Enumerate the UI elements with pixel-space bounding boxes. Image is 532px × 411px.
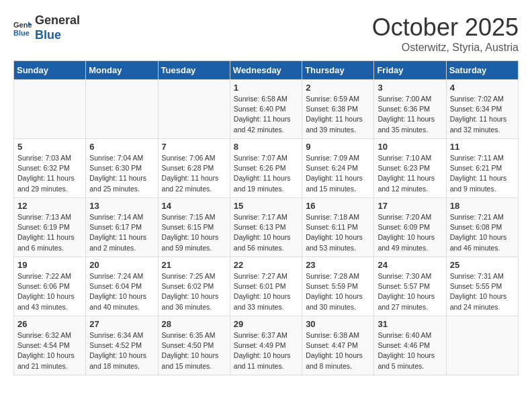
day-header-saturday: Saturday	[446, 61, 518, 80]
calendar-cell: 5Sunrise: 7:03 AM Sunset: 6:32 PM Daylig…	[14, 139, 86, 198]
day-info: Sunrise: 6:58 AM Sunset: 6:40 PM Dayligh…	[234, 94, 298, 135]
day-number: 9	[306, 142, 370, 152]
day-info: Sunrise: 7:07 AM Sunset: 6:26 PM Dayligh…	[234, 153, 298, 194]
day-header-wednesday: Wednesday	[230, 61, 302, 80]
day-header-friday: Friday	[374, 61, 446, 80]
day-number: 14	[162, 201, 226, 211]
week-row-3: 12Sunrise: 7:13 AM Sunset: 6:19 PM Dayli…	[14, 198, 519, 257]
calendar-cell: 19Sunrise: 7:22 AM Sunset: 6:06 PM Dayli…	[14, 257, 86, 316]
day-info: Sunrise: 7:22 AM Sunset: 6:06 PM Dayligh…	[17, 271, 82, 312]
header-row: SundayMondayTuesdayWednesdayThursdayFrid…	[14, 61, 519, 80]
day-number: 27	[89, 319, 154, 329]
day-number: 8	[234, 142, 298, 152]
day-info: Sunrise: 6:59 AM Sunset: 6:38 PM Dayligh…	[306, 94, 370, 135]
calendar-cell: 29Sunrise: 6:37 AM Sunset: 4:49 PM Dayli…	[230, 316, 302, 375]
day-header-tuesday: Tuesday	[158, 61, 230, 80]
day-info: Sunrise: 7:06 AM Sunset: 6:28 PM Dayligh…	[162, 153, 226, 194]
day-info: Sunrise: 6:40 AM Sunset: 4:46 PM Dayligh…	[378, 330, 442, 371]
day-info: Sunrise: 6:34 AM Sunset: 4:52 PM Dayligh…	[89, 330, 154, 371]
day-info: Sunrise: 6:32 AM Sunset: 4:54 PM Dayligh…	[17, 330, 82, 371]
logo-blue: Blue	[35, 28, 80, 43]
calendar-cell: 26Sunrise: 6:32 AM Sunset: 4:54 PM Dayli…	[14, 316, 86, 375]
day-info: Sunrise: 6:37 AM Sunset: 4:49 PM Dayligh…	[234, 330, 298, 371]
day-number: 18	[450, 201, 515, 211]
day-info: Sunrise: 7:25 AM Sunset: 6:02 PM Dayligh…	[162, 271, 226, 312]
day-number: 21	[162, 260, 226, 270]
calendar-cell: 15Sunrise: 7:17 AM Sunset: 6:13 PM Dayli…	[230, 198, 302, 257]
calendar-cell: 9Sunrise: 7:09 AM Sunset: 6:24 PM Daylig…	[302, 139, 374, 198]
calendar-cell: 11Sunrise: 7:11 AM Sunset: 6:21 PM Dayli…	[446, 139, 518, 198]
day-info: Sunrise: 7:09 AM Sunset: 6:24 PM Dayligh…	[306, 153, 370, 194]
calendar-cell: 2Sunrise: 6:59 AM Sunset: 6:38 PM Daylig…	[302, 80, 374, 139]
calendar-cell: 3Sunrise: 7:00 AM Sunset: 6:36 PM Daylig…	[374, 80, 446, 139]
day-info: Sunrise: 7:24 AM Sunset: 6:04 PM Dayligh…	[89, 271, 154, 312]
calendar-cell: 28Sunrise: 6:35 AM Sunset: 4:50 PM Dayli…	[158, 316, 230, 375]
day-number: 7	[162, 142, 226, 152]
logo-icon: General Blue	[13, 19, 32, 38]
calendar-cell: 25Sunrise: 7:31 AM Sunset: 5:55 PM Dayli…	[446, 257, 518, 316]
day-number: 15	[234, 201, 298, 211]
calendar-cell: 20Sunrise: 7:24 AM Sunset: 6:04 PM Dayli…	[86, 257, 158, 316]
day-number: 22	[234, 260, 298, 270]
calendar-table: SundayMondayTuesdayWednesdayThursdayFrid…	[13, 60, 519, 375]
day-info: Sunrise: 6:35 AM Sunset: 4:50 PM Dayligh…	[162, 330, 226, 371]
day-number: 13	[89, 201, 154, 211]
calendar-cell: 7Sunrise: 7:06 AM Sunset: 6:28 PM Daylig…	[158, 139, 230, 198]
week-row-4: 19Sunrise: 7:22 AM Sunset: 6:06 PM Dayli…	[14, 257, 519, 316]
day-info: Sunrise: 7:00 AM Sunset: 6:36 PM Dayligh…	[378, 94, 442, 135]
day-info: Sunrise: 7:18 AM Sunset: 6:11 PM Dayligh…	[306, 212, 370, 253]
day-info: Sunrise: 7:21 AM Sunset: 6:08 PM Dayligh…	[450, 212, 515, 253]
page-header: General Blue General Blue October 2025 O…	[13, 13, 519, 54]
day-number: 4	[450, 83, 515, 93]
day-info: Sunrise: 7:28 AM Sunset: 5:59 PM Dayligh…	[306, 271, 370, 312]
calendar-cell: 16Sunrise: 7:18 AM Sunset: 6:11 PM Dayli…	[302, 198, 374, 257]
day-info: Sunrise: 7:13 AM Sunset: 6:19 PM Dayligh…	[17, 212, 82, 253]
calendar-cell	[446, 316, 518, 375]
day-info: Sunrise: 7:10 AM Sunset: 6:23 PM Dayligh…	[378, 153, 442, 194]
day-info: Sunrise: 7:27 AM Sunset: 6:01 PM Dayligh…	[234, 271, 298, 312]
day-info: Sunrise: 7:31 AM Sunset: 5:55 PM Dayligh…	[450, 271, 515, 312]
day-info: Sunrise: 7:11 AM Sunset: 6:21 PM Dayligh…	[450, 153, 515, 194]
day-info: Sunrise: 7:03 AM Sunset: 6:32 PM Dayligh…	[17, 153, 82, 194]
calendar-cell: 12Sunrise: 7:13 AM Sunset: 6:19 PM Dayli…	[14, 198, 86, 257]
day-number: 28	[162, 319, 226, 329]
day-info: Sunrise: 7:14 AM Sunset: 6:17 PM Dayligh…	[89, 212, 154, 253]
day-header-sunday: Sunday	[14, 61, 86, 80]
day-number: 17	[378, 201, 442, 211]
day-number: 2	[306, 83, 370, 93]
day-number: 30	[306, 319, 370, 329]
day-number: 5	[17, 142, 82, 152]
week-row-2: 5Sunrise: 7:03 AM Sunset: 6:32 PM Daylig…	[14, 139, 519, 198]
day-number: 6	[89, 142, 154, 152]
day-info: Sunrise: 7:04 AM Sunset: 6:30 PM Dayligh…	[89, 153, 154, 194]
month-title: October 2025	[372, 13, 519, 42]
calendar-cell	[14, 80, 86, 139]
calendar-cell	[158, 80, 230, 139]
day-number: 10	[378, 142, 442, 152]
calendar-cell: 14Sunrise: 7:15 AM Sunset: 6:15 PM Dayli…	[158, 198, 230, 257]
calendar-cell: 31Sunrise: 6:40 AM Sunset: 4:46 PM Dayli…	[374, 316, 446, 375]
day-number: 11	[450, 142, 515, 152]
calendar-cell: 1Sunrise: 6:58 AM Sunset: 6:40 PM Daylig…	[230, 80, 302, 139]
calendar-cell: 22Sunrise: 7:27 AM Sunset: 6:01 PM Dayli…	[230, 257, 302, 316]
day-number: 3	[378, 83, 442, 93]
day-number: 19	[17, 260, 82, 270]
calendar-cell: 8Sunrise: 7:07 AM Sunset: 6:26 PM Daylig…	[230, 139, 302, 198]
day-number: 20	[89, 260, 154, 270]
calendar-cell: 4Sunrise: 7:02 AM Sunset: 6:34 PM Daylig…	[446, 80, 518, 139]
title-block: October 2025 Osterwitz, Styria, Austria	[372, 13, 519, 54]
svg-text:Blue: Blue	[13, 29, 30, 37]
day-number: 16	[306, 201, 370, 211]
week-row-5: 26Sunrise: 6:32 AM Sunset: 4:54 PM Dayli…	[14, 316, 519, 375]
calendar-cell: 23Sunrise: 7:28 AM Sunset: 5:59 PM Dayli…	[302, 257, 374, 316]
calendar-cell: 30Sunrise: 6:38 AM Sunset: 4:47 PM Dayli…	[302, 316, 374, 375]
calendar-cell: 17Sunrise: 7:20 AM Sunset: 6:09 PM Dayli…	[374, 198, 446, 257]
calendar-cell: 18Sunrise: 7:21 AM Sunset: 6:08 PM Dayli…	[446, 198, 518, 257]
day-number: 23	[306, 260, 370, 270]
day-number: 26	[17, 319, 82, 329]
day-header-monday: Monday	[86, 61, 158, 80]
day-number: 24	[378, 260, 442, 270]
day-info: Sunrise: 7:15 AM Sunset: 6:15 PM Dayligh…	[162, 212, 226, 253]
week-row-1: 1Sunrise: 6:58 AM Sunset: 6:40 PM Daylig…	[14, 80, 519, 139]
location: Osterwitz, Styria, Austria	[372, 42, 519, 54]
